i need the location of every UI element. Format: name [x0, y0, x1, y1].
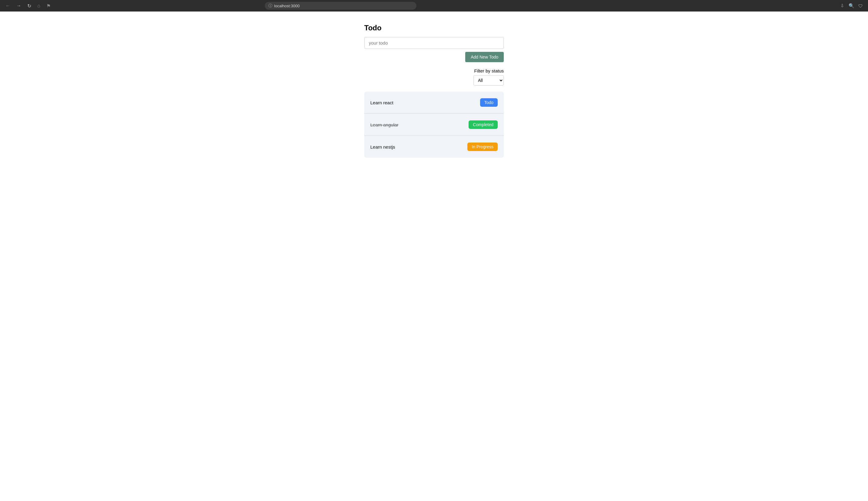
download-icon[interactable]: ⇩: [839, 2, 846, 9]
status-badge[interactable]: Todo: [480, 98, 498, 107]
browser-actions: ⇩ 🔍 🛡: [839, 2, 864, 9]
todo-text: Learn angular: [370, 122, 398, 127]
page-content: Todo Add New Todo Filter by status All T…: [0, 11, 868, 170]
add-btn-row: Add New Todo: [364, 52, 504, 62]
address-bar[interactable]: ⓘ localhost:3000: [265, 2, 416, 10]
todo-item: Learn reactTodo: [364, 92, 504, 114]
app-title: Todo: [364, 24, 504, 32]
back-button[interactable]: ←: [4, 2, 12, 10]
add-todo-button[interactable]: Add New Todo: [465, 52, 504, 62]
status-badge[interactable]: In Progress: [467, 142, 498, 151]
url-text: localhost:3000: [274, 4, 300, 8]
zoom-icon[interactable]: 🔍: [848, 2, 855, 9]
info-icon: ⓘ: [268, 3, 272, 9]
bookmark-button[interactable]: ⚑: [45, 2, 53, 10]
filter-section: Filter by status All Todo Completed In P…: [364, 68, 504, 86]
reload-button[interactable]: ↻: [25, 2, 33, 10]
todo-text: Learn nestjs: [370, 145, 395, 150]
filter-select[interactable]: All Todo Completed In Progress: [473, 75, 504, 86]
todo-text: Learn react: [370, 100, 393, 105]
app-container: Todo Add New Todo Filter by status All T…: [364, 24, 504, 158]
todo-input[interactable]: [364, 37, 504, 49]
todo-item: Learn nestjsIn Progress: [364, 136, 504, 158]
todo-item: Learn angularCompleted: [364, 114, 504, 136]
todo-list: Learn reactTodoLearn angularCompletedLea…: [364, 92, 504, 158]
status-badge[interactable]: Completed: [469, 120, 498, 129]
filter-label: Filter by status: [474, 68, 504, 73]
forward-button[interactable]: →: [14, 2, 23, 10]
home-button[interactable]: ⌂: [35, 2, 42, 10]
browser-chrome: ← → ↻ ⌂ ⚑ ⓘ localhost:3000 ⇩ 🔍 🛡: [0, 0, 868, 11]
shield-icon[interactable]: 🛡: [857, 2, 864, 9]
